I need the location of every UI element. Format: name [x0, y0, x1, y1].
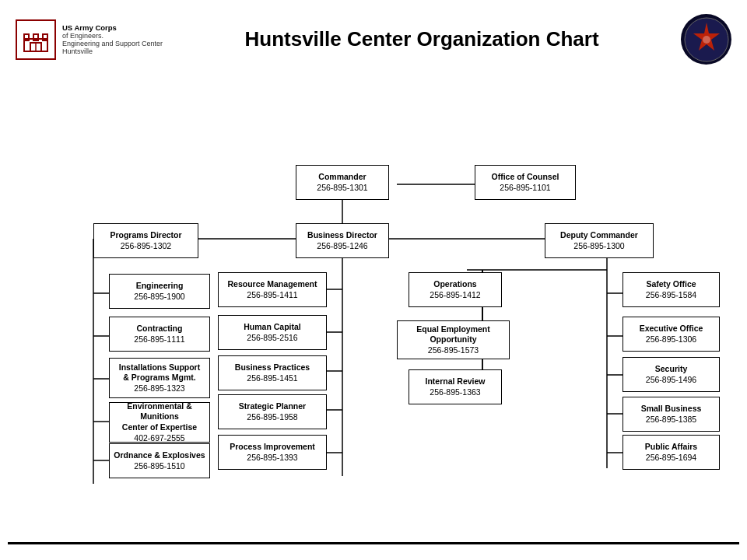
org-chart: Commander 256-895-1301 Office of Counsel… — [16, 72, 731, 507]
programs-director-box: Programs Director 256-895-1302 — [93, 223, 198, 258]
eng-name: Engineering — [136, 281, 184, 292]
safety-phone: 256-895-1584 — [646, 290, 696, 301]
header-text: US Army Corps of Engineers. Engineering … — [62, 23, 163, 55]
hc-phone: 256-895-2516 — [247, 333, 297, 344]
security-box: Security 256-895-1496 — [622, 357, 720, 392]
public-affairs-box: Public Affairs 256-895-1694 — [622, 435, 720, 470]
army-logo-icon — [16, 19, 56, 60]
ir-name: Internal Review — [425, 376, 485, 387]
sec-phone: 256-895-1496 — [646, 375, 696, 386]
bottom-border — [8, 542, 739, 544]
header: US Army Corps of Engineers. Engineering … — [8, 8, 739, 68]
biz-dir-name: Business Director — [307, 230, 377, 241]
ops-name: Operations — [433, 279, 476, 290]
hc-name: Human Capital — [244, 322, 301, 333]
commander-box: Commander 256-895-1301 — [296, 165, 389, 200]
counsel-name: Office of Counsel — [492, 172, 559, 183]
ops-phone: 256-895-1412 — [430, 290, 480, 301]
small-business-box: Small Business 256-895-1385 — [622, 397, 720, 432]
right-logo-icon — [681, 14, 731, 65]
inst-phone: 256-895-1323 — [134, 383, 184, 394]
process-improvement-box: Process Improvement 256-895-1393 — [218, 435, 327, 470]
res-phone: 256-895-1411 — [247, 290, 297, 301]
exec-phone: 256-895-1306 — [646, 334, 696, 345]
commander-name: Commander — [318, 172, 366, 183]
env-phone: 402-697-2555 — [134, 433, 184, 444]
commander-phone: 256-895-1301 — [317, 183, 367, 194]
biz-dir-phone: 256-895-1246 — [317, 241, 367, 252]
org-name-line4: Huntsville — [62, 47, 163, 55]
pa-phone: 256-895-1694 — [646, 453, 696, 464]
bp-phone: 256-895-1451 — [247, 373, 297, 384]
programs-name: Programs Director — [110, 230, 181, 241]
sp-name: Strategic Planner — [239, 401, 306, 412]
eeo-box: Equal Employment Opportunity 256-895-157… — [397, 320, 510, 359]
svg-point-8 — [703, 36, 710, 44]
sb-name: Small Business — [641, 404, 702, 415]
eeo-phone: 256-895-1573 — [428, 345, 479, 356]
org-name-line1: US Army Corps — [62, 23, 163, 32]
ir-phone: 256-895-1363 — [430, 387, 480, 398]
bp-name: Business Practices — [235, 362, 310, 373]
ordnance-box: Ordnance & Explosives 256-895-1510 — [109, 443, 210, 478]
installations-box: Installations Support& Programs Mgmt. 25… — [109, 358, 210, 398]
internal-review-box: Internal Review 256-895-1363 — [409, 369, 502, 404]
strategic-planner-box: Strategic Planner 256-895-1958 — [218, 394, 327, 429]
eeo-name: Equal Employment Opportunity — [402, 324, 505, 345]
programs-phone: 256-895-1302 — [121, 241, 171, 252]
org-name-line3: Engineering and Support Center — [62, 40, 163, 47]
deputy-commander-box: Deputy Commander 256-895-1300 — [545, 223, 654, 258]
executive-office-box: Executive Office 256-895-1306 — [622, 317, 720, 352]
dep-cmd-name: Deputy Commander — [560, 230, 638, 241]
engineering-box: Engineering 256-895-1900 — [109, 274, 210, 309]
header-logo: US Army Corps of Engineers. Engineering … — [16, 19, 163, 60]
ord-phone: 256-895-1510 — [134, 461, 184, 472]
eng-phone: 256-895-1900 — [134, 292, 184, 303]
contracting-name: Contracting — [137, 324, 183, 334]
counsel-phone: 256-895-1101 — [500, 183, 550, 194]
business-director-box: Business Director 256-895-1246 — [296, 223, 389, 258]
safety-name: Safety Office — [646, 279, 696, 290]
human-capital-box: Human Capital 256-895-2516 — [218, 315, 327, 350]
resource-mgmt-box: Resource Management 256-895-1411 — [218, 272, 327, 307]
page: US Army Corps of Engineers. Engineering … — [0, 0, 747, 560]
environmental-box: Environmental & MunitionsCenter of Exper… — [109, 402, 210, 443]
inst-name: Installations Support& Programs Mgmt. — [119, 362, 200, 383]
sec-name: Security — [655, 364, 687, 375]
org-name-line2: of Engineers. — [62, 32, 163, 40]
sb-phone: 256-895-1385 — [646, 415, 696, 425]
page-title: Huntsville Center Organization Chart — [163, 27, 681, 51]
contracting-phone: 256-895-1111 — [134, 334, 184, 345]
res-name: Resource Management — [228, 279, 317, 290]
operations-box: Operations 256-895-1412 — [409, 272, 502, 307]
pi-phone: 256-895-1393 — [247, 453, 297, 464]
pa-name: Public Affairs — [645, 442, 697, 453]
contracting-box: Contracting 256-895-1111 — [109, 317, 210, 352]
sp-phone: 256-895-1958 — [247, 412, 297, 423]
env-name: Environmental & MunitionsCenter of Exper… — [114, 401, 205, 433]
office-counsel-box: Office of Counsel 256-895-1101 — [475, 165, 576, 200]
safety-office-box: Safety Office 256-895-1584 — [622, 272, 720, 307]
pi-name: Process Improvement — [230, 442, 315, 453]
exec-name: Executive Office — [640, 324, 703, 334]
dep-cmd-phone: 256-895-1300 — [573, 241, 624, 252]
ord-name: Ordnance & Explosives — [114, 450, 205, 461]
business-practices-box: Business Practices 256-895-1451 — [218, 355, 327, 390]
